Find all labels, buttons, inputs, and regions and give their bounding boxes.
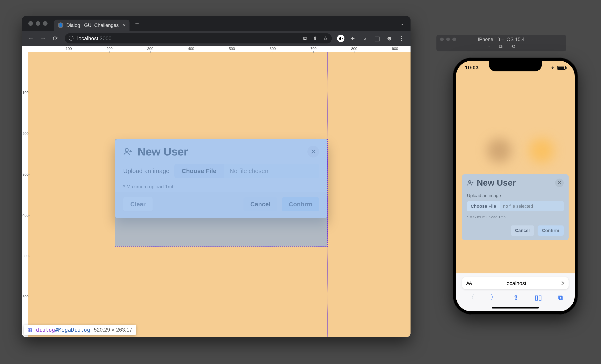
ruler-vertical: 100200300400500600	[22, 52, 28, 337]
close-window-icon[interactable]	[28, 21, 33, 26]
simulator-title: iPhone 13 – iOS 15.4	[436, 37, 566, 42]
window-controls	[28, 21, 48, 26]
kebab-menu-icon[interactable]: ⋮	[398, 35, 406, 42]
close-icon: ✕	[557, 180, 561, 186]
close-dialog-button[interactable]: ✕	[555, 179, 564, 187]
guide-line	[28, 139, 411, 139]
favicon-icon: 👤	[58, 22, 63, 28]
extension-1-icon[interactable]: ◐	[337, 35, 344, 42]
file-status: no file selected	[500, 201, 564, 211]
phone-frame: 10:03 ᯤ New User ✕ Upload	[453, 58, 578, 315]
back-icon[interactable]: 〈	[468, 293, 474, 302]
side-panel-icon[interactable]: ◫	[373, 35, 381, 42]
svg-point-1	[469, 181, 471, 183]
cancel-button[interactable]: Cancel	[511, 225, 534, 236]
element-selector: dialog#MegaDialog	[36, 327, 90, 333]
simulator-titlebar: iPhone 13 – iOS 15.4 ⌂ ⧉ ⟲	[436, 35, 566, 51]
reload-icon[interactable]: ⟳	[51, 35, 59, 42]
url-text: localhost	[471, 280, 561, 286]
ruler-corner	[22, 46, 28, 52]
share-icon[interactable]: ⇪	[313, 35, 317, 42]
page-canvas: New User ✕ Upload an image Choose File N…	[28, 52, 411, 337]
viewport: 100200300400500600700800900 100200300400…	[22, 46, 411, 337]
profile-icon[interactable]: ☻	[385, 35, 393, 42]
home-indicator	[492, 307, 539, 309]
add-user-icon	[467, 179, 474, 186]
text-size-icon[interactable]: AA	[466, 281, 471, 286]
choose-file-button[interactable]: Choose File	[467, 201, 500, 211]
devtools-element-chip: ▦ dialog#MegaDialog 520.29 × 263.17	[24, 325, 136, 335]
chrome-window: 👤 Dialog | GUI Challenges × ＋ ⌄ ← → ⟳ ⓘ …	[22, 16, 411, 337]
element-dimensions: 520.29 × 263.17	[94, 327, 132, 333]
devtools-highlight	[115, 139, 327, 246]
home-icon[interactable]: ⌂	[487, 44, 491, 49]
zoom-window-icon[interactable]	[43, 21, 48, 26]
tabs-icon[interactable]: ⧉	[558, 294, 563, 301]
guide-line	[327, 52, 328, 337]
safari-address-bar[interactable]: AA localhost ⟳	[462, 277, 569, 289]
phone-screen: 10:03 ᯤ New User ✕ Upload	[456, 61, 575, 311]
bookmark-icon[interactable]: ☆	[323, 35, 328, 42]
ruler-horizontal: 100200300400500600700800900	[28, 46, 411, 52]
screenshot-icon[interactable]: ⧉	[499, 44, 502, 49]
clock: 10:03	[465, 64, 479, 71]
minimize-window-icon[interactable]	[36, 21, 40, 26]
extensions-icon[interactable]: ✦	[349, 35, 357, 42]
media-control-icon[interactable]: ♪	[361, 35, 369, 42]
browser-toolbar: ← → ⟳ ⓘ localhost:3000 ⧉ ⇪ ☆ ◐ ✦ ♪ ◫ ☻ ⋮	[22, 31, 411, 46]
back-icon[interactable]: ←	[27, 35, 35, 42]
reload-icon[interactable]: ⟳	[561, 280, 564, 286]
tab-title: Dialog | GUI Challenges	[66, 22, 119, 28]
safari-toolbar: AA localhost ⟳ 〈 〉 ⇪ ▯▯ ⧉	[456, 273, 575, 311]
background-blob	[530, 138, 554, 163]
open-in-new-icon[interactable]: ⧉	[303, 35, 307, 42]
upload-note: * Maximum upload 1mb	[467, 215, 564, 219]
simulator-window: iPhone 13 – iOS 15.4 ⌂ ⧉ ⟲ 10:03 ᯤ	[436, 35, 566, 51]
grid-icon: ▦	[28, 327, 32, 333]
battery-icon	[557, 66, 566, 70]
address-host: localhost	[77, 35, 98, 41]
close-tab-icon[interactable]: ×	[123, 22, 126, 28]
address-port: :3000	[98, 35, 111, 41]
wifi-icon: ᯤ	[551, 65, 555, 71]
confirm-button[interactable]: Confirm	[538, 225, 564, 236]
tab-bar: 👤 Dialog | GUI Challenges × ＋ ⌄	[22, 16, 411, 31]
file-input[interactable]: Choose File no file selected	[467, 201, 564, 211]
bookmarks-icon[interactable]: ▯▯	[535, 293, 542, 301]
rotate-icon[interactable]: ⟲	[511, 44, 515, 49]
mega-dialog-mobile: New User ✕ Upload an image Choose File n…	[462, 174, 569, 240]
tabs-dropdown-icon[interactable]: ⌄	[398, 20, 407, 27]
address-bar[interactable]: ⓘ localhost:3000 ⧉ ⇪ ☆	[65, 33, 332, 43]
site-info-icon[interactable]: ⓘ	[69, 35, 74, 42]
dialog-title: New User	[477, 178, 516, 188]
forward-icon[interactable]: →	[39, 35, 47, 42]
new-tab-button[interactable]: ＋	[131, 19, 142, 29]
share-icon[interactable]: ⇪	[513, 293, 519, 301]
upload-label: Upload an image	[467, 193, 564, 198]
background-blob	[487, 138, 511, 163]
browser-tab[interactable]: 👤 Dialog | GUI Challenges ×	[54, 20, 130, 31]
status-bar: 10:03 ᯤ	[456, 64, 575, 71]
forward-icon[interactable]: 〉	[491, 293, 497, 302]
